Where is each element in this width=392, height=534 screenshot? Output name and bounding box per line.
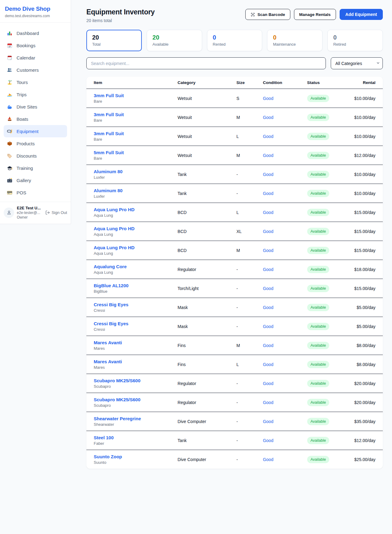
item-name-link[interactable]: Steel 100 bbox=[94, 435, 114, 440]
item-name-link[interactable]: Cressi Big Eyes bbox=[94, 302, 128, 307]
sidebar-item-customers[interactable]: Customers bbox=[4, 64, 67, 76]
item-condition-link[interactable]: Good bbox=[263, 229, 273, 234]
item-name-link[interactable]: Aluminum 80 bbox=[94, 188, 123, 193]
item-rental-price: $20.00/day bbox=[351, 374, 383, 393]
item-name-link[interactable]: Cressi Big Eyes bbox=[94, 321, 128, 326]
item-brand: Cressi bbox=[94, 327, 172, 332]
item-name-link[interactable]: 3mm Full Suit bbox=[94, 131, 124, 136]
item-name-link[interactable]: Scubapro MK25/S600 bbox=[94, 397, 141, 402]
add-equipment-button[interactable]: Add Equipment bbox=[340, 9, 383, 20]
brand-name: Demo Dive Shop bbox=[5, 6, 66, 12]
item-condition-link[interactable]: Good bbox=[263, 305, 273, 310]
item-condition-link[interactable]: Good bbox=[263, 191, 273, 196]
item-condition-link[interactable]: Good bbox=[263, 419, 273, 424]
item-category: Dive Computer bbox=[175, 412, 233, 431]
sidebar-item-training[interactable]: Training bbox=[4, 162, 67, 174]
sidebar-item-bookings[interactable]: Bookings bbox=[4, 39, 67, 51]
sidebar-item-trips[interactable]: Trips bbox=[4, 88, 67, 101]
sign-out-button[interactable]: Sign Out bbox=[45, 210, 67, 215]
sidebar-item-products[interactable]: Products bbox=[4, 137, 67, 150]
item-condition-link[interactable]: Good bbox=[263, 172, 273, 177]
item-rental-price: $35.00/day bbox=[351, 412, 383, 431]
item-brand: Aqua Lung bbox=[94, 213, 172, 218]
item-condition-link[interactable]: Good bbox=[263, 362, 273, 367]
item-condition-link[interactable]: Good bbox=[263, 324, 273, 329]
item-name-link[interactable]: Aqua Lung Pro HD bbox=[94, 207, 134, 212]
status-badge: Available bbox=[307, 437, 330, 444]
item-condition-link[interactable]: Good bbox=[263, 286, 273, 291]
item-category: Mask bbox=[175, 317, 233, 336]
sidebar-item-label: Training bbox=[17, 166, 33, 171]
stat-card-total[interactable]: 20 Total bbox=[86, 30, 142, 51]
table-row: Suunto Zoop Suunto Dive Computer - Good … bbox=[86, 450, 383, 469]
stat-card-retired[interactable]: 0 Retired bbox=[327, 30, 383, 51]
item-name-link[interactable]: Scubapro MK25/S600 bbox=[94, 378, 141, 383]
item-size: M bbox=[233, 241, 260, 260]
item-name-link[interactable]: Shearwater Peregrine bbox=[94, 416, 141, 421]
item-name-link[interactable]: BigBlue AL1200 bbox=[94, 283, 129, 288]
item-condition-link[interactable]: Good bbox=[263, 457, 273, 462]
item-size: L bbox=[233, 203, 260, 222]
item-size: - bbox=[233, 431, 260, 450]
item-condition-link[interactable]: Good bbox=[263, 153, 273, 158]
sidebar-item-dive-sites[interactable]: Dive Sites bbox=[4, 101, 67, 113]
item-condition-link[interactable]: Good bbox=[263, 96, 273, 101]
item-brand: Scubapro bbox=[94, 403, 172, 408]
item-brand: Mares bbox=[94, 365, 172, 370]
manage-rentals-button[interactable]: Manage Rentals bbox=[294, 9, 336, 20]
item-rental-price: $5.00/day bbox=[351, 317, 383, 336]
item-name-link[interactable]: Suunto Zoop bbox=[94, 454, 122, 459]
table-row: Aluminum 80 Luxfer Tank - Good Available… bbox=[86, 165, 383, 184]
item-name-link[interactable]: Mares Avanti bbox=[94, 359, 122, 364]
table-row: Aqua Lung Pro HD Aqua Lung BCD XL Good A… bbox=[86, 222, 383, 241]
sidebar-item-label: Dashboard bbox=[17, 31, 39, 36]
item-condition-link[interactable]: Good bbox=[263, 438, 273, 443]
item-condition-link[interactable]: Good bbox=[263, 381, 273, 386]
stat-card-available[interactable]: 20 Available bbox=[147, 30, 202, 51]
item-name-link[interactable]: Aqua Lung Pro HD bbox=[94, 245, 134, 250]
table-row: Aluminum 80 Luxfer Tank - Good Available… bbox=[86, 184, 383, 203]
item-name-link[interactable]: Aqua Lung Pro HD bbox=[94, 226, 134, 231]
col-header-status: Status bbox=[304, 77, 351, 89]
avatar bbox=[4, 208, 14, 218]
sidebar-item-equipment[interactable]: Equipment bbox=[4, 125, 67, 137]
item-name-link[interactable]: Aluminum 80 bbox=[94, 169, 123, 174]
sidebar-item-pos[interactable]: POS bbox=[4, 186, 67, 199]
item-condition-link[interactable]: Good bbox=[263, 267, 273, 272]
item-condition-link[interactable]: Good bbox=[263, 210, 273, 215]
sidebar-item-label: Calendar bbox=[17, 55, 35, 60]
brand-domain: demo.test.divestreams.com bbox=[5, 14, 66, 18]
table-row: 5mm Full Suit Bare Wetsuit M Good Availa… bbox=[86, 146, 383, 165]
item-brand: Luxfer bbox=[94, 175, 172, 180]
item-brand: Bare bbox=[94, 118, 172, 123]
item-name-link[interactable]: Aqualung Core bbox=[94, 264, 127, 269]
sidebar-item-discounts[interactable]: Discounts bbox=[4, 150, 67, 162]
item-condition-link[interactable]: Good bbox=[263, 134, 273, 139]
stat-card-maintenance[interactable]: 0 Maintenance bbox=[267, 30, 322, 51]
sidebar-item-tours[interactable]: Tours bbox=[4, 76, 67, 88]
bookings-icon bbox=[7, 43, 13, 48]
item-rental-price: $15.00/day bbox=[351, 222, 383, 241]
sidebar-item-label: Gallery bbox=[17, 178, 31, 183]
item-condition-link[interactable]: Good bbox=[263, 343, 273, 348]
search-input[interactable] bbox=[86, 57, 326, 69]
item-name-link[interactable]: Mares Avanti bbox=[94, 340, 122, 345]
item-name-link[interactable]: 3mm Full Suit bbox=[94, 112, 124, 117]
item-condition-link[interactable]: Good bbox=[263, 400, 273, 405]
item-condition-link[interactable]: Good bbox=[263, 248, 273, 253]
scan-barcode-button[interactable]: Scan Barcode bbox=[245, 9, 290, 20]
table-row: Steel 100 Faber Tank - Good Available $1… bbox=[86, 431, 383, 450]
item-name-link[interactable]: 3mm Full Suit bbox=[94, 93, 124, 98]
stat-card-rented[interactable]: 0 Rented bbox=[207, 30, 262, 51]
sidebar-item-calendar[interactable]: Calendar bbox=[4, 51, 67, 64]
item-name-link[interactable]: 5mm Full Suit bbox=[94, 150, 124, 155]
sidebar-item-boats[interactable]: Boats bbox=[4, 113, 67, 125]
category-select[interactable]: All Categories bbox=[331, 57, 383, 69]
table-row: Aqua Lung Pro HD Aqua Lung BCD M Good Av… bbox=[86, 241, 383, 260]
item-size: - bbox=[233, 450, 260, 469]
sidebar-item-dashboard[interactable]: Dashboard bbox=[4, 27, 67, 39]
item-category: Regulator bbox=[175, 374, 233, 393]
sidebar-item-gallery[interactable]: Gallery bbox=[4, 174, 67, 186]
item-condition-link[interactable]: Good bbox=[263, 115, 273, 120]
item-rental-price: $15.00/day bbox=[351, 279, 383, 298]
